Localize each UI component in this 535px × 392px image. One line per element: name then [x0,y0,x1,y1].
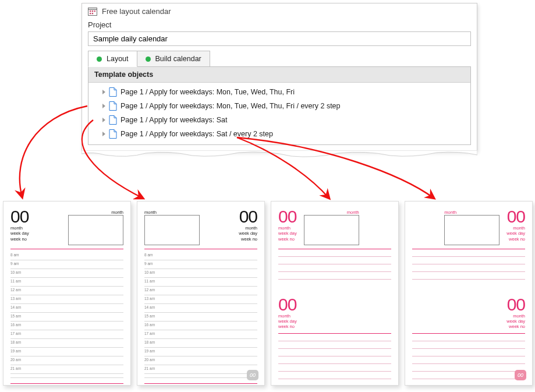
month-label: month [347,210,359,215]
titlebar: Free layout calendar [82,3,477,18]
preview-page-weekday-left: 00 month week day week no month 8 am9 am… [3,201,131,386]
window-title: Free layout calendar [102,7,171,16]
list-item-label: Page 1 / Apply for weekdays: Sat / every… [121,130,273,138]
hour-line: 21 am [144,365,257,374]
list-item[interactable]: Page 1 / Apply for weekdays: Sat [88,113,470,127]
disclosure-triangle-icon[interactable] [102,104,105,108]
preview-page-saturday-left: 00 month week day week no month [271,201,399,386]
rule-lines-block [278,249,391,280]
rule-lines-block [278,333,391,379]
list-item[interactable]: Page 1 / Apply for weekdays: Mon, Tue, W… [88,99,470,113]
torn-edge-decoration [82,150,477,158]
template-objects-panel: Template objects Page 1 / Apply for week… [88,66,471,145]
hour-line: 8 am [10,252,123,260]
preview-pages: 00 month week day week no month 8 am9 am… [3,201,533,386]
status-dot-icon [146,56,151,62]
page-number-badge: 00 [515,370,526,380]
meta-block: month week day week no [278,225,297,242]
hour-line: 17 am [144,330,257,339]
tab-build-calendar[interactable]: Build calendar [137,51,210,67]
svg-rect-2 [90,10,91,12]
project-input[interactable] [93,34,466,43]
page-icon [109,87,117,97]
hour-line: 10 am [144,269,257,278]
page-icon [109,101,117,111]
hour-line: 19 am [10,348,123,356]
preview-page-saturday-right: 00 month week day week no month [405,201,533,386]
disclosure-triangle-icon[interactable] [102,132,105,136]
meta-block: month week day week no [506,313,525,330]
status-dot-icon [97,56,102,62]
hour-lines-block: 8 am9 am10 am11 am12 am13 am14 am15 am16… [144,249,257,384]
tab-layout[interactable]: Layout [88,51,137,67]
image-placeholder-box [68,215,123,245]
day-number: 00 [506,296,525,312]
hour-line: 15 am [10,313,123,322]
hour-line: 10 am [10,269,123,278]
hour-line: 20 am [144,356,257,365]
rule-lines-block [412,249,525,280]
template-objects-list: Page 1 / Apply for weekdays: Mon, Tue, W… [88,83,470,144]
app-window: Free layout calendar Project Layout Buil… [82,3,477,151]
meta-block: month week day week no [10,225,29,242]
month-label: month [111,210,123,215]
hour-line: 12 am [10,287,123,295]
disclosure-triangle-icon[interactable] [102,90,105,94]
day-number: 00 [278,209,297,224]
svg-rect-1 [88,8,97,9]
list-item-label: Page 1 / Apply for weekdays: Sat [121,116,227,124]
hour-line: 14 am [10,304,123,313]
page-number-badge: 00 [247,370,258,380]
hour-lines-block: 8 am9 am10 am11 am12 am13 am14 am15 am16… [10,249,123,384]
page-icon [109,115,117,125]
meta-block: month week day week no [278,313,297,330]
hour-line: 16 am [10,322,123,330]
image-placeholder-box [144,215,200,245]
hour-line: 18 am [10,339,123,348]
meta-block: month week day week no [239,225,257,242]
preview-page-weekday-right: 00 month week day week no month 8 am9 am… [137,201,265,386]
hour-line: 13 am [144,295,257,304]
month-label: month [444,210,456,215]
hour-line: 14 am [144,304,257,313]
rule-lines-block [412,333,525,379]
project-label: Project [82,18,477,31]
list-item-label: Page 1 / Apply for weekdays: Mon, Tue, W… [121,88,295,96]
hour-line: 12 am [144,287,257,295]
svg-rect-6 [92,13,93,14]
hour-line: 9 am [144,260,257,269]
project-field-wrapper [88,31,471,46]
hour-line: 13 am [10,295,123,304]
hour-line: 15 am [144,313,257,322]
list-item[interactable]: Page 1 / Apply for weekdays: Mon, Tue, W… [88,85,470,99]
image-placeholder-box [304,215,359,245]
meta-block: month week day week no [506,225,525,242]
disclosure-triangle-icon[interactable] [102,118,105,122]
hour-line: 19 am [144,348,257,356]
tab-label: Build calendar [155,55,201,63]
hour-line: 17 am [10,330,123,339]
template-objects-header: Template objects [88,67,470,83]
svg-rect-4 [94,10,95,12]
month-label: month [144,210,157,215]
tab-label: Layout [107,55,129,63]
hour-line: 16 am [144,322,257,330]
hour-line: 9 am [10,260,123,269]
day-number: 00 [10,209,29,224]
hour-line: 20 am [10,356,123,365]
day-number: 00 [278,296,297,312]
hour-line: 11 am [144,278,257,287]
tabstrip: Layout Build calendar [88,51,471,67]
hour-line: 18 am [144,339,257,348]
image-placeholder-box [444,215,499,245]
list-item[interactable]: Page 1 / Apply for weekdays: Sat / every… [88,127,470,141]
day-number: 00 [506,209,525,224]
day-number: 00 [239,209,257,224]
page-icon [109,129,117,139]
hour-line: 21 am [10,365,123,374]
svg-rect-5 [90,13,91,14]
hour-line: 11 am [10,278,123,287]
svg-rect-3 [92,10,93,12]
list-item-label: Page 1 / Apply for weekdays: Mon, Tue, W… [121,102,341,110]
hour-line: 8 am [144,252,257,260]
